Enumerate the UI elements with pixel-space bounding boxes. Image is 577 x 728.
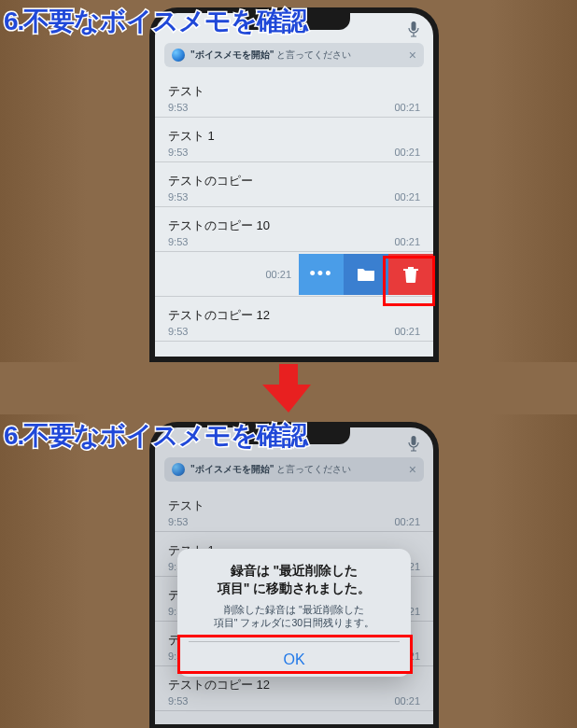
memo-title: テストのコピー bbox=[168, 173, 420, 189]
memo-time: 9:53 bbox=[168, 236, 188, 247]
memo-duration: 00:21 bbox=[394, 236, 420, 247]
phone-screen: "ボイスメモを開始" と言ってください × テスト 9:5300:21 テスト … bbox=[155, 427, 433, 724]
memo-time: 9:53 bbox=[168, 326, 188, 337]
siri-phrase: "ボイスメモを開始" bbox=[190, 464, 274, 474]
list-item[interactable]: テスト 1 9:5300:21 bbox=[155, 118, 433, 162]
list-item[interactable]: テスト 9:5300:21 bbox=[155, 487, 433, 532]
tutorial-step-top: 6.不要なボイスメモを確認 "ボイスメモを開始" と言ってください × テスト … bbox=[0, 0, 577, 362]
trash-icon bbox=[402, 265, 419, 284]
memo-duration: 00:21 bbox=[394, 695, 420, 707]
tutorial-step-bottom: 6.不要なボイスメモを確認 "ボイスメモを開始" と言ってください × テスト … bbox=[0, 414, 577, 728]
alert-title: 録音は "最近削除した 項目" に移動されました。 bbox=[189, 562, 400, 597]
close-icon[interactable]: × bbox=[409, 462, 416, 477]
swipe-actions-row: 00:21 ••• bbox=[155, 252, 433, 297]
list-item[interactable]: テストのコピー 9:5300:21 bbox=[155, 162, 433, 207]
memo-title: テスト bbox=[168, 497, 420, 514]
phone-screen: "ボイスメモを開始" と言ってください × テスト 9:5300:21 テスト … bbox=[155, 13, 433, 357]
list-item[interactable]: テストのコピー 10 9:5300:21 bbox=[155, 207, 433, 252]
siri-phrase: "ボイスメモを開始" bbox=[190, 49, 274, 60]
svg-rect-0 bbox=[412, 21, 416, 31]
memo-duration: 00:21 bbox=[394, 326, 420, 337]
phone-frame: "ボイスメモを開始" と言ってください × テスト 9:5300:21 テスト … bbox=[149, 422, 439, 728]
phone-frame: "ボイスメモを開始" と言ってください × テスト 9:5300:21 テスト … bbox=[149, 7, 439, 362]
siri-icon bbox=[172, 463, 185, 476]
alert-dialog: 録音は "最近削除した 項目" に移動されました。 削除した録音は "最近削除し… bbox=[177, 549, 411, 677]
siri-suggestion-bar[interactable]: "ボイスメモを開始" と言ってください × bbox=[164, 43, 424, 67]
memo-time: 9:53 bbox=[168, 191, 188, 203]
memo-time: 9:53 bbox=[168, 516, 188, 527]
ok-button[interactable]: OK bbox=[189, 641, 400, 677]
arrow-down-icon bbox=[262, 364, 315, 416]
close-icon[interactable]: × bbox=[409, 48, 416, 63]
more-button[interactable]: ••• bbox=[299, 254, 344, 295]
memo-title: テスト 1 bbox=[168, 128, 420, 145]
folder-icon bbox=[356, 266, 376, 283]
step-title: 6.不要なボイスメモを確認 bbox=[4, 4, 307, 39]
memo-title: テストのコピー 10 bbox=[168, 217, 420, 234]
list-item[interactable]: テストのコピー 12 9:5300:21 bbox=[155, 297, 433, 342]
memo-title: テストのコピー 12 bbox=[168, 307, 420, 324]
siri-tail: と言ってください bbox=[276, 49, 351, 60]
dictation-icon[interactable] bbox=[403, 19, 424, 39]
move-folder-button[interactable] bbox=[344, 254, 388, 295]
siri-suggestion-bar[interactable]: "ボイスメモを開始" と言ってください × bbox=[164, 457, 424, 482]
memo-duration: 00:21 bbox=[394, 102, 420, 113]
memo-list: テスト 9:5300:21 テスト 1 9:5300:21 テストのコピー 9:… bbox=[155, 73, 433, 357]
siri-icon bbox=[172, 49, 185, 62]
memo-duration: 00:21 bbox=[394, 191, 420, 203]
memo-title: テストのコピー 12 bbox=[168, 677, 420, 693]
memo-duration: 00:21 bbox=[265, 269, 291, 280]
memo-duration: 00:21 bbox=[394, 516, 420, 527]
alert-message: 削除した録音は "最近削除した 項目" フォルダに30日間残ります。 bbox=[189, 603, 400, 630]
siri-tail: と言ってください bbox=[276, 464, 351, 474]
delete-button[interactable] bbox=[388, 254, 433, 295]
svg-rect-1 bbox=[412, 436, 416, 445]
memo-title: テスト bbox=[168, 83, 420, 100]
memo-duration: 00:21 bbox=[394, 147, 420, 158]
memo-time: 9:53 bbox=[168, 147, 188, 158]
list-item[interactable]: テスト 9:5300:21 bbox=[155, 73, 433, 118]
dictation-icon[interactable] bbox=[403, 433, 424, 454]
ellipsis-icon: ••• bbox=[310, 264, 333, 284]
memo-time: 9:53 bbox=[168, 695, 188, 707]
step-title: 6.不要なボイスメモを確認 bbox=[4, 418, 307, 454]
memo-time: 9:53 bbox=[168, 102, 188, 113]
list-item[interactable]: テストのコピー 2 bbox=[155, 711, 433, 724]
